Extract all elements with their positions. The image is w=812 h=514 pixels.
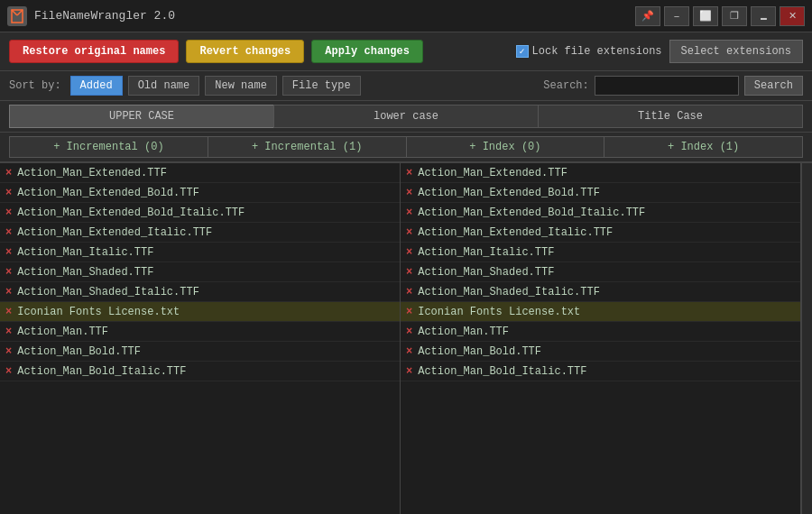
remove-icon[interactable]: × bbox=[5, 286, 12, 298]
list-item[interactable]: ×Action_Man_Italic.TTF bbox=[0, 243, 400, 262]
window-controls[interactable]: 📌 − ⬜ ❐ 🗕 ✕ bbox=[635, 6, 805, 26]
file-name-label: Action_Man_Italic.TTF bbox=[17, 246, 153, 259]
list-item[interactable]: ×Action_Man_Extended_Italic.TTF bbox=[0, 223, 400, 243]
list-item[interactable]: ×Action_Man_Extended.TTF bbox=[0, 163, 400, 183]
index-1-button[interactable]: + Index (1) bbox=[604, 136, 803, 158]
list-item[interactable]: ×Action_Man_Italic.TTF bbox=[401, 243, 800, 262]
list-item[interactable]: ×Action_Man_Extended_Bold_Italic.TTF bbox=[0, 203, 400, 223]
file-name-label: Action_Man_Extended_Bold.TTF bbox=[418, 187, 600, 199]
index-0-button[interactable]: + Index (0) bbox=[406, 136, 604, 158]
list-item[interactable]: ×Action_Man_Shaded.TTF bbox=[401, 262, 800, 282]
titlecase-button[interactable]: Title Case bbox=[538, 105, 803, 128]
lock-ext-label: Lock file extensions bbox=[532, 45, 662, 58]
remove-icon[interactable]: × bbox=[5, 306, 12, 318]
remove-icon[interactable]: × bbox=[406, 167, 412, 179]
list-item[interactable]: ×Action_Man_Extended_Italic.TTF bbox=[401, 223, 800, 243]
list-item[interactable]: ×Action_Man_Bold.TTF bbox=[401, 342, 800, 362]
file-name-label: Action_Man_Extended_Italic.TTF bbox=[418, 226, 613, 239]
file-name-label: Action_Man_Extended_Italic.TTF bbox=[17, 226, 212, 239]
remove-icon[interactable]: × bbox=[5, 326, 12, 338]
sort-by-label: Sort by: bbox=[9, 79, 61, 92]
list-item[interactable]: ×Action_Man_Shaded_Italic.TTF bbox=[0, 282, 400, 302]
file-name-label: Action_Man_Extended_Bold_Italic.TTF bbox=[17, 207, 245, 219]
remove-icon[interactable]: × bbox=[406, 286, 412, 298]
list-item[interactable]: ×Action_Man.TTF bbox=[401, 322, 800, 342]
remove-icon[interactable]: × bbox=[5, 365, 12, 378]
revert-changes-button[interactable]: Revert changes bbox=[186, 40, 304, 63]
uppercase-button[interactable]: UPPER CASE bbox=[9, 105, 273, 128]
select-extensions-button[interactable]: Select extensions bbox=[669, 40, 803, 63]
title-bar: FileNameWrangler 2.0 📌 − ⬜ ❐ 🗕 ✕ bbox=[0, 0, 812, 32]
search-button[interactable]: Search bbox=[744, 76, 803, 96]
incremental-1-button[interactable]: + Incremental (1) bbox=[208, 136, 406, 158]
file-name-label: Action_Man_Bold.TTF bbox=[17, 345, 141, 358]
toolbar: Restore original names Revert changes Ap… bbox=[0, 32, 812, 71]
list-item[interactable]: ×Action_Man_Extended_Bold_Italic.TTF bbox=[401, 203, 800, 223]
list-item[interactable]: ×Iconian Fonts License.txt bbox=[0, 302, 400, 322]
search-area: Search: Search bbox=[543, 76, 803, 96]
search-label: Search: bbox=[543, 79, 588, 92]
list-item[interactable]: ×Action_Man_Extended_Bold.TTF bbox=[0, 183, 400, 203]
restore-button[interactable]: ⬜ bbox=[693, 6, 718, 26]
svg-line-1 bbox=[12, 10, 17, 15]
remove-icon[interactable]: × bbox=[406, 306, 412, 318]
list-item[interactable]: ×Action_Man_Bold_Italic.TTF bbox=[0, 362, 400, 381]
file-name-label: Action_Man_Bold.TTF bbox=[418, 345, 541, 358]
restore-names-button[interactable]: Restore original names bbox=[9, 40, 179, 63]
maximize-button[interactable]: ❐ bbox=[722, 6, 747, 26]
toolbar-right: ✓ Lock file extensions Select extensions bbox=[516, 40, 803, 63]
file-name-label: Action_Man_Shaded.TTF bbox=[418, 266, 554, 279]
remove-icon[interactable]: × bbox=[406, 246, 412, 259]
sort-added-button[interactable]: Added bbox=[70, 76, 123, 96]
file-name-label: Iconian Fonts License.txt bbox=[17, 306, 180, 318]
remove-icon[interactable]: × bbox=[5, 226, 12, 239]
list-item[interactable]: ×Action_Man_Extended.TTF bbox=[401, 163, 800, 183]
list-item[interactable]: ×Action_Man_Bold_Italic.TTF bbox=[401, 362, 800, 381]
file-name-label: Action_Man_Extended_Bold_Italic.TTF bbox=[418, 207, 645, 219]
remove-icon[interactable]: × bbox=[5, 246, 12, 259]
file-area: ×Action_Man_Extended.TTF×Action_Man_Exte… bbox=[0, 162, 812, 514]
remove-icon[interactable]: × bbox=[406, 187, 412, 199]
list-item[interactable]: ×Action_Man.TTF bbox=[0, 322, 400, 342]
file-name-label: Action_Man_Italic.TTF bbox=[418, 246, 554, 259]
remove-icon[interactable]: × bbox=[406, 226, 412, 239]
apply-changes-button[interactable]: Apply changes bbox=[311, 40, 423, 63]
svg-line-2 bbox=[17, 10, 23, 15]
lowercase-button[interactable]: lower case bbox=[273, 105, 538, 128]
file-name-label: Action_Man_Extended_Bold.TTF bbox=[17, 187, 199, 199]
snap-button[interactable]: 🗕 bbox=[751, 6, 776, 26]
remove-icon[interactable]: × bbox=[5, 266, 12, 279]
app-icon bbox=[7, 6, 27, 26]
list-item[interactable]: ×Iconian Fonts License.txt bbox=[401, 302, 800, 322]
incremental-0-button[interactable]: + Incremental (0) bbox=[9, 136, 208, 158]
remove-icon[interactable]: × bbox=[5, 207, 12, 219]
pin-button[interactable]: 📌 bbox=[635, 6, 660, 26]
file-name-label: Action_Man_Bold_Italic.TTF bbox=[17, 365, 186, 378]
remove-icon[interactable]: × bbox=[5, 345, 12, 358]
close-button[interactable]: ✕ bbox=[780, 6, 805, 26]
search-input[interactable] bbox=[595, 76, 739, 96]
sort-newname-button[interactable]: New name bbox=[205, 76, 277, 96]
file-name-label: Action_Man_Extended.TTF bbox=[418, 167, 567, 179]
list-item[interactable]: ×Action_Man_Bold.TTF bbox=[0, 342, 400, 362]
lock-extensions-area: ✓ Lock file extensions bbox=[516, 45, 662, 58]
remove-icon[interactable]: × bbox=[5, 167, 12, 179]
remove-icon[interactable]: × bbox=[406, 207, 412, 219]
list-item[interactable]: ×Action_Man_Extended_Bold.TTF bbox=[401, 183, 800, 203]
remove-icon[interactable]: × bbox=[406, 365, 412, 378]
title-bar-left: FileNameWrangler 2.0 bbox=[7, 6, 175, 26]
lock-ext-checkbox[interactable]: ✓ bbox=[516, 45, 529, 58]
sort-filetype-button[interactable]: File type bbox=[282, 76, 361, 96]
minimize-button[interactable]: − bbox=[664, 6, 689, 26]
remove-icon[interactable]: × bbox=[406, 326, 412, 338]
remove-icon[interactable]: × bbox=[5, 187, 12, 199]
scrollbar[interactable] bbox=[801, 163, 812, 514]
file-name-label: Action_Man_Extended.TTF bbox=[17, 167, 167, 179]
list-item[interactable]: ×Action_Man_Shaded_Italic.TTF bbox=[401, 282, 800, 302]
file-name-label: Action_Man_Shaded_Italic.TTF bbox=[418, 286, 600, 298]
original-files-list: ×Action_Man_Extended.TTF×Action_Man_Exte… bbox=[0, 163, 401, 514]
sort-oldname-button[interactable]: Old name bbox=[128, 76, 200, 96]
remove-icon[interactable]: × bbox=[406, 266, 412, 279]
remove-icon[interactable]: × bbox=[406, 345, 412, 358]
list-item[interactable]: ×Action_Man_Shaded.TTF bbox=[0, 262, 400, 282]
